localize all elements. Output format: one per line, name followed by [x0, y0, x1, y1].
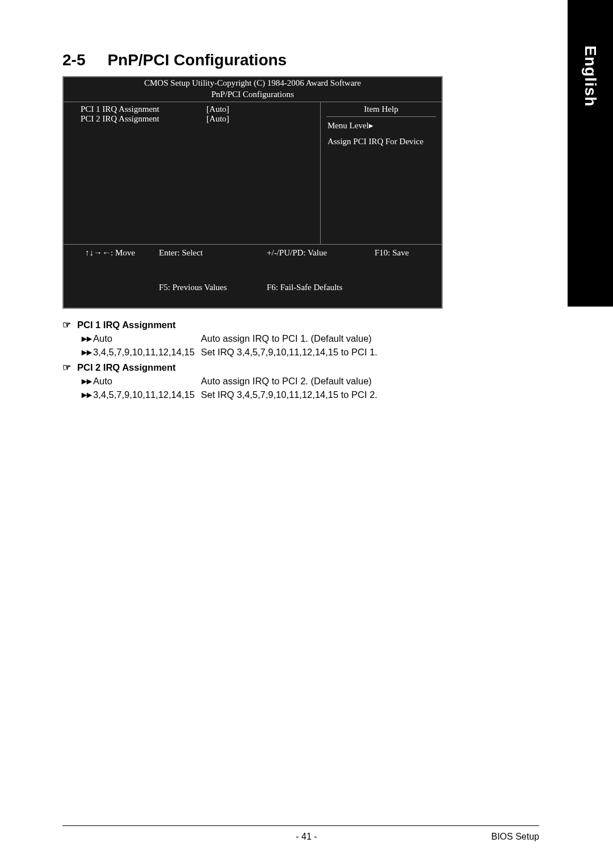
language-tab: English — [568, 0, 613, 307]
option-row: ▸▸ 3,4,5,7,9,10,11,12,14,15 Set IRQ 3,4,… — [62, 346, 443, 359]
bios-header: CMOS Setup Utility-Copyright (C) 1984-20… — [64, 77, 442, 102]
option-name: 3,4,5,7,9,10,11,12,14,15 — [93, 346, 201, 359]
section-number: 2-5 — [62, 51, 85, 69]
hint: F1: General Help — [499, 247, 526, 282]
hint: ↑↓→←: Move — [85, 247, 159, 282]
option-desc: Set IRQ 3,4,5,7,9,10,11,12,14,15 to PCI … — [201, 388, 443, 402]
option-row: ▸▸ 3,4,5,7,9,10,11,12,14,15 Set IRQ 3,4,… — [62, 388, 443, 402]
section-heading: 2-5 PnP/PCI Configurations — [62, 51, 443, 69]
bios-body: PCI 1 IRQ Assignment [Auto] PCI 2 IRQ As… — [64, 102, 442, 244]
option-name: Auto — [93, 332, 201, 346]
hint: F7: Optimized Defaults — [443, 282, 499, 305]
hint: Enter: Select — [159, 247, 267, 282]
arrow-icon: ▸▸ — [82, 346, 93, 359]
bios-setting-row[interactable]: PCI 2 IRQ Assignment [Auto] — [69, 114, 314, 124]
bios-setting-label: PCI 1 IRQ Assignment — [69, 104, 207, 114]
bios-settings-pane: PCI 1 IRQ Assignment [Auto] PCI 2 IRQ As… — [64, 102, 321, 244]
bios-setting-label: PCI 2 IRQ Assignment — [69, 114, 207, 124]
hint: F5: Previous Values — [159, 282, 267, 305]
option-row: ▸▸ Auto Auto assign IRQ to PCI 2. (Defau… — [62, 375, 443, 388]
bios-help-pane: Item Help Menu Level▸ Assign PCI IRQ For… — [321, 102, 442, 244]
option-desc: Auto assign IRQ to PCI 2. (Default value… — [201, 375, 443, 388]
arrow-icon: ▸▸ — [82, 375, 93, 388]
hand-icon: ☞ — [62, 319, 77, 331]
bios-header-line1: CMOS Setup Utility-Copyright (C) 1984-20… — [64, 78, 442, 89]
language-label: English — [581, 45, 599, 107]
hand-icon: ☞ — [62, 362, 77, 374]
arrow-icon: ▸▸ — [82, 332, 93, 346]
hint: ESC: Exit — [443, 247, 499, 282]
hint: F10: Save — [375, 247, 443, 282]
hint: +/-/PU/PD: Value — [267, 247, 375, 282]
bios-screen: CMOS Setup Utility-Copyright (C) 1984-20… — [62, 76, 443, 309]
bios-setting-value: [Auto] — [207, 104, 229, 114]
item-title: PCI 1 IRQ Assignment — [77, 320, 176, 330]
explanation-section: ☞ PCI 1 IRQ Assignment ▸▸ Auto Auto assi… — [62, 309, 443, 402]
item-heading: ☞ PCI 1 IRQ Assignment — [62, 319, 443, 331]
item-heading: ☞ PCI 2 IRQ Assignment — [62, 362, 443, 374]
hint — [375, 282, 443, 305]
help-line: Assign PCI IRQ For Device — [326, 135, 436, 149]
bios-key-hints: ↑↓→←: Move Enter: Select +/-/PU/PD: Valu… — [64, 244, 442, 308]
item-help-header: Item Help — [326, 102, 436, 117]
footer-rule — [62, 825, 539, 826]
option-desc: Auto assign IRQ to PCI 1. (Default value… — [201, 332, 443, 346]
arrow-icon: ▸▸ — [82, 388, 93, 402]
bios-setting-value: [Auto] — [207, 114, 229, 124]
option-name: 3,4,5,7,9,10,11,12,14,15 — [93, 388, 201, 402]
option-row: ▸▸ Auto Auto assign IRQ to PCI 1. (Defau… — [62, 332, 443, 346]
item-title: PCI 2 IRQ Assignment — [77, 362, 176, 373]
option-desc: Set IRQ 3,4,5,7,9,10,11,12,14,15 to PCI … — [201, 346, 443, 359]
page-content: 2-5 PnP/PCI Configurations CMOS Setup Ut… — [0, 0, 517, 402]
section-title-text: PnP/PCI Configurations — [107, 51, 287, 69]
footer-label: BIOS Setup — [492, 832, 540, 842]
bios-header-line2: PnP/PCI Configurations — [64, 89, 442, 100]
hint — [85, 282, 159, 305]
help-line: Menu Level▸ — [326, 119, 436, 133]
option-name: Auto — [93, 375, 201, 388]
hint: F6: Fail-Safe Defaults — [267, 282, 375, 305]
bios-setting-row[interactable]: PCI 1 IRQ Assignment [Auto] — [69, 104, 314, 114]
